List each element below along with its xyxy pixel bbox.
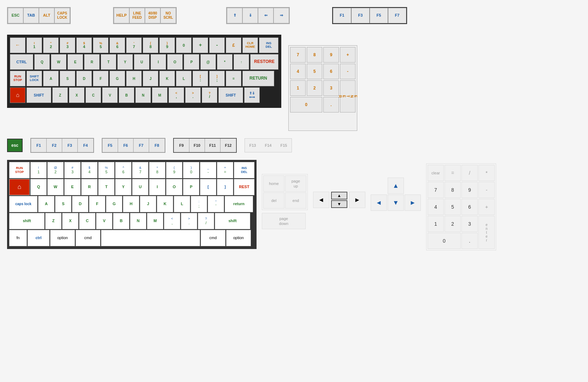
modern-f2-key[interactable]: F2 bbox=[47, 139, 62, 152]
mac-close-bracket-key[interactable]: ] bbox=[217, 179, 233, 195]
mac-e-key[interactable]: E bbox=[64, 179, 81, 195]
mac-o-key[interactable]: O bbox=[166, 179, 182, 195]
numpad-plus[interactable]: + bbox=[340, 47, 355, 63]
c64-z-key[interactable]: Z bbox=[52, 87, 68, 103]
mac-ctrl-key[interactable]: ctrl bbox=[28, 230, 49, 246]
mac-numpad-subtract[interactable]: - bbox=[478, 182, 495, 198]
left-arrow-key[interactable]: ⇐ bbox=[258, 8, 274, 23]
f3-key-c64[interactable]: F3 bbox=[351, 8, 370, 23]
c64-arrow-left-key[interactable]: ← bbox=[10, 37, 25, 53]
mac-space-key[interactable] bbox=[101, 230, 200, 246]
modern-f10-key[interactable]: F10 bbox=[189, 139, 205, 152]
mac-shift-left-key[interactable]: shift bbox=[9, 213, 45, 229]
c64-f-key[interactable]: F bbox=[93, 71, 108, 86]
c64-t-key[interactable]: T bbox=[101, 54, 116, 70]
mac-u-key[interactable]: U bbox=[132, 179, 148, 195]
c64-uparrow-key[interactable]: ↑ bbox=[234, 54, 249, 70]
c64-i-key[interactable]: I bbox=[151, 54, 166, 70]
mac-2-key[interactable]: @2 bbox=[47, 162, 64, 178]
modern-f9-key[interactable]: F9 bbox=[174, 139, 189, 152]
mac-ins-del-key[interactable]: INSDEL bbox=[234, 162, 254, 178]
caps-lock-key[interactable]: CAPSLOCK bbox=[54, 8, 70, 23]
numpad-enter[interactable]: ENTER bbox=[340, 80, 355, 112]
c64-restore-key[interactable]: RESTORE bbox=[250, 54, 278, 70]
numpad-minus[interactable]: - bbox=[340, 64, 355, 79]
c64-4-key[interactable]: $4 bbox=[76, 37, 92, 53]
f1-key-c64[interactable]: F1 bbox=[333, 8, 351, 23]
right-arrow-mac[interactable]: ► bbox=[349, 192, 365, 208]
c64-e-key[interactable]: E bbox=[67, 54, 83, 70]
mac-underscore-key[interactable]: _- bbox=[200, 162, 216, 178]
mac-y-key[interactable]: Y bbox=[115, 179, 131, 195]
modern-f6-key[interactable]: F6 bbox=[118, 139, 134, 152]
numpad-4[interactable]: 4 bbox=[290, 64, 306, 79]
c64-semicolon-key[interactable]: ]; bbox=[209, 71, 225, 86]
c64-h-key[interactable]: H bbox=[126, 71, 142, 86]
mac-quote-key[interactable]: "' bbox=[208, 196, 224, 212]
numpad-2[interactable]: 2 bbox=[307, 80, 322, 96]
mac-question-key[interactable]: ?/ bbox=[198, 213, 214, 229]
mac-m-key[interactable]: M bbox=[147, 213, 163, 229]
c64-w-key[interactable]: W bbox=[51, 54, 66, 70]
mac-g-key[interactable]: G bbox=[106, 196, 122, 212]
numpad-dot[interactable]: . bbox=[323, 97, 339, 112]
c64-2-key[interactable]: "2 bbox=[43, 37, 59, 53]
numpad-9[interactable]: 9 bbox=[323, 47, 339, 63]
mac-6-key[interactable]: ^6 bbox=[115, 162, 131, 178]
mac-5-key[interactable]: %5 bbox=[98, 162, 114, 178]
numpad-0[interactable]: 0 bbox=[290, 97, 322, 112]
c64-v-key[interactable]: V bbox=[102, 87, 118, 103]
help-key[interactable]: HELP bbox=[114, 8, 129, 23]
mac-return-key[interactable]: return bbox=[225, 196, 253, 212]
mac-h-key[interactable]: H bbox=[123, 196, 139, 212]
c64-run-stop-key[interactable]: RUNSTOP bbox=[10, 71, 25, 86]
c64-y-key[interactable]: Y bbox=[117, 54, 133, 70]
c64-p-key[interactable]: P bbox=[184, 54, 199, 70]
modern-f14-key[interactable]: F14 bbox=[260, 139, 276, 152]
c64-pound-key[interactable]: £ bbox=[226, 37, 241, 53]
numpad-7[interactable]: 7 bbox=[290, 47, 306, 63]
c64-comma-key[interactable]: <, bbox=[169, 87, 184, 103]
c64-period-key[interactable]: >. bbox=[185, 87, 201, 103]
modern-f1-key[interactable]: F1 bbox=[31, 139, 47, 152]
alt-key[interactable]: ALT bbox=[39, 8, 54, 23]
f5-key-c64[interactable]: F5 bbox=[370, 8, 388, 23]
no-scrl-key[interactable]: NOSCRL bbox=[160, 8, 176, 23]
mac-j-key[interactable]: J bbox=[140, 196, 156, 212]
c64-equals-key[interactable]: = bbox=[226, 71, 241, 86]
down-arrow-key[interactable]: ⇓ bbox=[242, 8, 258, 23]
c64-commodore-key[interactable]: ⌂ bbox=[10, 87, 25, 103]
c64-shift-lock-key[interactable]: SHIFTLOCK bbox=[27, 71, 42, 86]
mac-9-key[interactable]: (9 bbox=[166, 162, 182, 178]
mac-numpad-9[interactable]: 9 bbox=[461, 182, 478, 198]
c64-ins-del-key[interactable]: INSDEL bbox=[259, 37, 278, 53]
c64-j-key[interactable]: J bbox=[143, 71, 158, 86]
c64-k-key[interactable]: K bbox=[159, 71, 175, 86]
scroll-up-key[interactable]: ▲ bbox=[331, 192, 347, 199]
mac-b-key[interactable]: B bbox=[113, 213, 129, 229]
c64-0-key[interactable]: 0 bbox=[176, 37, 192, 53]
mac-numpad-multiply[interactable]: * bbox=[478, 165, 495, 181]
c64-slash-key[interactable]: ?/ bbox=[202, 87, 217, 103]
esc-key[interactable]: ESC bbox=[8, 8, 23, 23]
40-80-disp-key[interactable]: 40/80DISP bbox=[145, 8, 160, 23]
line-feed-key[interactable]: LINEFEED bbox=[129, 8, 145, 23]
mac-numpad-2[interactable]: 2 bbox=[445, 216, 461, 232]
numpad-5[interactable]: 5 bbox=[307, 64, 322, 79]
c64-a-key[interactable]: A bbox=[43, 71, 59, 86]
home-key[interactable]: home bbox=[263, 175, 284, 192]
modern-esc-key[interactable]: esc bbox=[7, 139, 23, 152]
c64-n-key[interactable]: N bbox=[135, 87, 151, 103]
mac-numpad-7[interactable]: 7 bbox=[428, 182, 444, 198]
mac-lt-key[interactable]: <, bbox=[164, 213, 180, 229]
mac-fn-key[interactable]: fn bbox=[9, 230, 27, 246]
c64-u-key[interactable]: U bbox=[134, 54, 149, 70]
modern-f13-key[interactable]: F13 bbox=[245, 139, 260, 152]
mac-numpad-decimal[interactable]: . bbox=[461, 233, 478, 249]
c64-x-key[interactable]: X bbox=[69, 87, 84, 103]
mac-z-key[interactable]: Z bbox=[45, 213, 61, 229]
numpad-8[interactable]: 8 bbox=[307, 47, 322, 63]
mac-numpad-equals[interactable]: = bbox=[445, 165, 461, 181]
scroll-down-key[interactable]: ▼ bbox=[331, 200, 347, 208]
mac-w-key[interactable]: W bbox=[47, 179, 64, 195]
